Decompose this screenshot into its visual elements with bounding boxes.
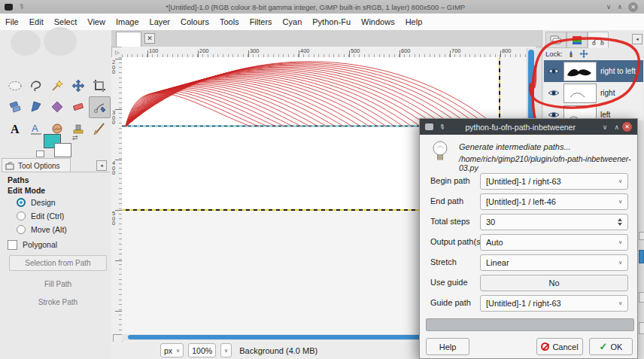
dialog-minimize-icon[interactable]: ∨ bbox=[603, 123, 608, 131]
swap-colors-icon[interactable]: ⇄ bbox=[72, 134, 78, 141]
dock-edge-widget bbox=[639, 250, 644, 263]
zoom-select[interactable]: 100% bbox=[188, 343, 216, 357]
maximize-icon[interactable]: ∧ bbox=[617, 3, 622, 11]
visibility-eye-icon[interactable] bbox=[544, 67, 564, 75]
chevron-down-icon: ∨ bbox=[618, 239, 622, 245]
path-row-right[interactable]: right bbox=[544, 82, 643, 105]
edit-mode-heading: Edit Mode bbox=[8, 186, 45, 195]
text-tool[interactable]: A bbox=[5, 118, 25, 138]
field-end-path: End path [Untitled]-1 / left-46 ∨ bbox=[420, 193, 637, 210]
tool-options-menu-icon[interactable]: ◂ bbox=[96, 160, 107, 171]
layers-icon bbox=[550, 35, 562, 45]
dialog-maximize-icon[interactable]: ∧ bbox=[614, 123, 619, 131]
vruler-label: 2 0 0 bbox=[112, 60, 115, 75]
zoom-dropdown-button[interactable]: ∨ bbox=[220, 343, 232, 357]
canvas-tab[interactable] bbox=[116, 32, 141, 47]
menu-file[interactable]: File bbox=[0, 17, 24, 26]
menu-cyan[interactable]: Cyan bbox=[278, 17, 308, 26]
lock-position-icon[interactable] bbox=[579, 50, 588, 58]
menu-layer[interactable]: Layer bbox=[144, 17, 176, 26]
begin-path-select[interactable]: [Untitled]-1 / right-63 ∨ bbox=[480, 173, 628, 190]
move-tool[interactable] bbox=[68, 75, 88, 96]
vruler-label: 5 0 0 bbox=[112, 211, 115, 227]
cancel-button[interactable]: Cancel bbox=[536, 338, 583, 355]
eraser-tool[interactable] bbox=[68, 96, 88, 117]
measure-tool[interactable]: A bbox=[26, 118, 46, 138]
background-color-swatch[interactable] bbox=[54, 143, 71, 157]
guide-path-select[interactable]: [Untitled]-1 / right-63 ∨ bbox=[480, 295, 628, 312]
tab-paths[interactable] bbox=[588, 32, 609, 48]
output-paths-select[interactable]: Auto ∨ bbox=[480, 234, 628, 251]
spin-up-icon[interactable] bbox=[618, 218, 622, 221]
dialog-title: python-fu-ofn-path-inbetweener bbox=[445, 123, 596, 132]
radio-design-circle[interactable] bbox=[17, 198, 26, 207]
dock-menu-icon[interactable]: ◂ bbox=[632, 34, 642, 44]
perspective-tool[interactable] bbox=[26, 96, 46, 117]
dialog-subtitle: Generate intermediate paths... bbox=[459, 142, 571, 151]
dialog-titlebar[interactable]: ✎ python-fu-ofn-path-inbetweener ∨ ∧ ✕ bbox=[420, 119, 637, 135]
menu-python-fu[interactable]: Python-Fu bbox=[307, 17, 356, 26]
tab-close-icon[interactable]: ✕ bbox=[144, 33, 155, 44]
tab-tool-options[interactable]: Tool Options bbox=[2, 158, 71, 172]
visibility-eye-icon[interactable] bbox=[544, 89, 564, 97]
tab-channels[interactable] bbox=[567, 32, 588, 48]
path-name[interactable]: right to left bbox=[600, 67, 636, 75]
path-thumbnail[interactable] bbox=[564, 84, 597, 103]
polygonal-checkbox-row[interactable]: Polygonal bbox=[8, 239, 57, 250]
tab-layers[interactable] bbox=[545, 32, 567, 48]
radio-move-circle[interactable] bbox=[17, 225, 26, 234]
menu-windows[interactable]: Windows bbox=[356, 17, 400, 26]
path-row-right-to-left[interactable]: right to left bbox=[544, 60, 643, 83]
path-thumbnail[interactable] bbox=[564, 62, 597, 81]
reset-colors-icon[interactable] bbox=[36, 151, 44, 157]
window-title: *[Untitled]-1.0 (RGB colour 8-bit gamma … bbox=[25, 3, 606, 11]
field-stretch: Stretch Linear ∨ bbox=[420, 254, 637, 271]
help-button[interactable]: Help bbox=[426, 338, 469, 355]
menu-tools[interactable]: Tools bbox=[214, 17, 245, 26]
menu-view[interactable]: View bbox=[82, 17, 111, 26]
chevron-down-icon: ∨ bbox=[618, 178, 622, 184]
spin-down-icon[interactable] bbox=[618, 223, 622, 226]
radio-move[interactable]: Move (Alt) bbox=[17, 224, 67, 235]
polygonal-checkbox[interactable] bbox=[8, 240, 17, 250]
fuzzy-select-tool[interactable] bbox=[47, 75, 67, 96]
minimize-icon[interactable]: ∨ bbox=[606, 3, 612, 11]
menu-help[interactable]: Help bbox=[400, 17, 428, 26]
close-icon[interactable]: ✕ bbox=[628, 2, 638, 12]
dialog-close-icon[interactable]: ✕ bbox=[622, 122, 632, 132]
vertical-ruler: 2 0 03 0 04 0 05 0 0 bbox=[111, 57, 123, 359]
hruler-label: 300 bbox=[250, 47, 260, 54]
menu-edit[interactable]: Edit bbox=[24, 17, 49, 26]
radio-edit-circle[interactable] bbox=[17, 211, 26, 221]
unit-select[interactable]: px ∨ bbox=[160, 343, 184, 357]
hruler-label: 200 bbox=[199, 47, 209, 54]
paintbrush-tool[interactable] bbox=[89, 118, 109, 138]
total-steps-input[interactable]: 30 bbox=[480, 214, 628, 230]
shear-tool[interactable] bbox=[5, 96, 25, 117]
fill-path-button[interactable]: Fill Path bbox=[9, 276, 107, 292]
path-name[interactable]: right bbox=[600, 89, 615, 97]
menu-select[interactable]: Select bbox=[49, 17, 83, 26]
radio-edit[interactable]: Edit (Ctrl) bbox=[17, 211, 64, 221]
ellipse-select-tool[interactable] bbox=[5, 75, 25, 96]
stretch-select[interactable]: Linear ∨ bbox=[480, 254, 628, 271]
radio-design[interactable]: Design bbox=[17, 197, 56, 208]
chevron-down-icon: ∨ bbox=[618, 260, 622, 266]
menu-bar: FileEditSelectViewImageLayerColoursTools… bbox=[0, 14, 644, 31]
end-path-select[interactable]: [Untitled]-1 / left-46 ∨ bbox=[480, 193, 628, 210]
hruler-label: 700 bbox=[451, 47, 461, 54]
menu-colours[interactable]: Colours bbox=[175, 17, 214, 26]
svg-text:A: A bbox=[32, 123, 38, 134]
paths-tool[interactable] bbox=[89, 96, 111, 118]
stroke-path-button[interactable]: Stroke Path bbox=[9, 294, 107, 310]
lightbulb-icon bbox=[430, 140, 450, 164]
gradient-tool[interactable] bbox=[47, 96, 67, 117]
lock-pixels-icon[interactable] bbox=[567, 50, 575, 58]
menu-filters[interactable]: Filters bbox=[245, 17, 278, 26]
free-select-tool[interactable] bbox=[26, 75, 46, 96]
selection-from-path-button[interactable]: Selection from Path bbox=[9, 255, 107, 271]
crop-tool[interactable] bbox=[89, 75, 109, 96]
ok-button[interactable]: ✓ OK bbox=[589, 338, 633, 355]
use-guide-toggle[interactable]: No bbox=[480, 275, 628, 291]
menu-image[interactable]: Image bbox=[111, 17, 144, 26]
